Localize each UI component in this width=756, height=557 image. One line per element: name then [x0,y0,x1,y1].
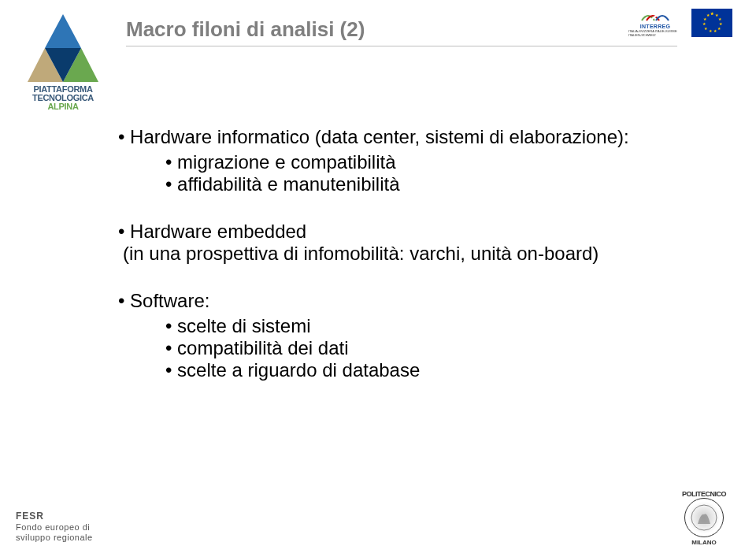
sub-bullet: scelte a riguardo di database [165,359,685,381]
bullet-inline: (in una prospettiva di infomobilità: var… [123,243,598,264]
bullet-item: Software: scelte di sistemi compatibilit… [118,290,685,381]
sub-bullet: affidabilità e manutenibilità [165,173,685,195]
bullet-text: Software: [130,290,209,311]
bullet-text: Hardware informatico (data center, siste… [130,126,629,147]
footer-fesr: FESR Fondo europeo di sviluppo regionale [16,511,93,543]
logo-interreg: INTERREG ITALIA-SVIZZERA ITALIE-SUISSE I… [628,6,682,39]
logo-piattaforma: PIATTAFORMA TECNOLOGICA ALPINA [16,14,110,111]
seal-figure-icon [690,503,718,532]
bullet-item: Hardware embedded (in una prospettiva di… [118,221,685,265]
fesr-label: FESR [16,511,93,522]
header-logos: INTERREG ITALIA-SVIZZERA ITALIE-SUISSE I… [628,6,732,39]
title-divider [126,46,677,46]
bullet-text: Hardware embedded [130,221,306,242]
fesr-line3: sviluppo regionale [16,533,93,543]
interreg-sub: ITALIA-SVIZZERA ITALIE-SUISSE ITALIEN-SC… [628,29,682,37]
poli-top: POLITECNICO [671,491,737,498]
pta-line3: ALPINA [16,102,110,111]
slide-body: Hardware informatico (data center, siste… [118,126,685,407]
logo-eu-flag: ★ ★ ★ ★ ★ ★ ★ ★ ★ ★ ★ ★ [691,9,732,37]
sub-bullet: scelte di sistemi [165,315,685,337]
interreg-waves-icon [640,9,670,24]
triangle-icon [28,14,98,82]
eu-stars-icon: ★ ★ ★ ★ ★ ★ ★ ★ ★ ★ ★ ★ [702,13,722,33]
seal-icon [684,498,724,537]
page-title: Macro filoni di analisi (2) [126,17,365,42]
fesr-line2: Fondo europeo di [16,522,93,533]
logo-politecnico: POLITECNICO MILANO [671,491,737,546]
sub-bullet: migrazione e compatibilità [165,151,685,173]
svg-marker-0 [45,14,81,48]
interreg-label: INTERREG [640,24,671,29]
bullet-item: Hardware informatico (data center, siste… [118,126,685,195]
poli-bottom: MILANO [671,539,737,546]
slide-header: Macro filoni di analisi (2) [126,17,677,42]
sub-bullet: compatibilità dei dati [165,337,685,359]
